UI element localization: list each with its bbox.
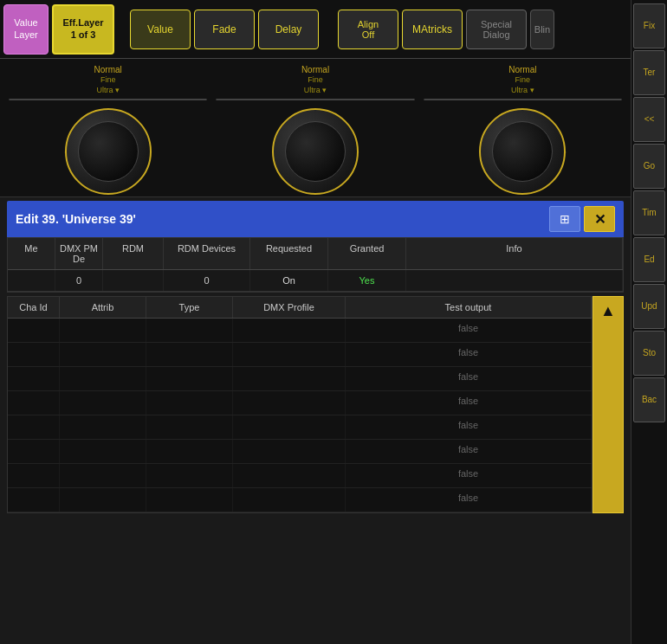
channel-row-1: false xyxy=(8,319,592,343)
knob-label-2: NormalFineUltra ▾ xyxy=(301,64,329,95)
knob-group-2: NormalFineUltra ▾ ▲ ▼ ◄ ► xyxy=(216,64,414,191)
col-rdm: RDM xyxy=(103,238,164,269)
close-button[interactable]: ✕ xyxy=(584,206,615,232)
ch7-attrib xyxy=(60,464,146,487)
sidebar-sto-button[interactable]: Sto xyxy=(633,331,665,376)
knob-input-2 xyxy=(216,99,414,100)
knob-label-3: NormalFineUltra ▾ xyxy=(508,64,536,95)
channel-row-7: false xyxy=(8,464,592,488)
knob-label-1: NormalFineUltra ▾ xyxy=(94,64,122,95)
knob-3[interactable]: ▲ ▼ ◄ ► xyxy=(475,104,570,199)
col-dmx-profile: DMX Profile xyxy=(233,297,346,318)
ch6-test-output: false xyxy=(346,440,592,463)
col-dmx: DMX PM De xyxy=(55,238,103,269)
channel-row-8: false xyxy=(8,488,592,512)
value-button[interactable]: Value xyxy=(130,10,191,49)
delay-button[interactable]: Delay xyxy=(258,10,319,49)
knob-input-1 xyxy=(9,99,207,100)
sidebar-upd-button[interactable]: Upd xyxy=(633,284,665,329)
scroll-up-button[interactable]: ▲ xyxy=(593,296,624,513)
ch7-test-output: false xyxy=(346,464,592,487)
camera-icon: ⊞ xyxy=(560,212,570,226)
ch2-attrib xyxy=(60,343,146,366)
cell-rdm xyxy=(103,270,164,291)
ch6-attrib xyxy=(60,440,146,463)
value-layer-button[interactable]: Value Layer xyxy=(3,4,49,55)
ch1-cha-id xyxy=(8,319,60,342)
channel-row-3: false xyxy=(8,367,592,391)
ch1-type xyxy=(146,319,233,342)
camera-button[interactable]: ⊞ xyxy=(549,206,580,232)
dialog-title-bar: Edit 39. 'Universe 39' ⊞ ✕ xyxy=(7,201,624,237)
ch5-dmx-profile xyxy=(233,415,346,439)
sidebar-tim-button[interactable]: Tim xyxy=(633,190,665,235)
channel-row-4: false xyxy=(8,391,592,415)
ch5-type xyxy=(146,415,233,439)
ch3-dmx-profile xyxy=(233,367,346,390)
eff-layer-button[interactable]: Eff.Layer 1 of 3 xyxy=(52,4,114,55)
sidebar-ter-button[interactable]: Ter xyxy=(633,50,665,95)
universe-table-header: Me DMX PM De RDM RDM Devices Requested G… xyxy=(8,238,623,270)
ch4-attrib xyxy=(60,391,146,415)
channel-row-6: false xyxy=(8,440,592,464)
ch7-cha-id xyxy=(8,464,60,487)
ch8-type xyxy=(146,488,233,512)
ch3-type xyxy=(146,367,233,390)
cell-info xyxy=(406,270,623,291)
universe-table-row: 0 0 On Yes xyxy=(8,270,623,292)
ch5-test-output: false xyxy=(346,415,592,439)
ch7-type xyxy=(146,464,233,487)
knob-2[interactable]: ▲ ▼ ◄ ► xyxy=(268,104,363,199)
col-attrib: Attrib xyxy=(60,297,146,318)
matricks-button[interactable]: MAtricks xyxy=(402,10,463,49)
col-granted: Granted xyxy=(328,238,406,269)
channel-section: Cha Id Attrib Type DMX Profile Test outp… xyxy=(7,296,624,513)
ch6-dmx-profile xyxy=(233,440,346,463)
dialog-title: Edit 39. 'Universe 39' xyxy=(16,212,136,226)
blin-button[interactable]: Blin xyxy=(530,10,554,49)
ch5-attrib xyxy=(60,415,146,439)
ch8-attrib xyxy=(60,488,146,512)
col-me: Me xyxy=(8,238,55,269)
sidebar-go-button[interactable]: Go xyxy=(633,144,665,189)
ch2-cha-id xyxy=(8,343,60,366)
channel-table-header: Cha Id Attrib Type DMX Profile Test outp… xyxy=(8,297,592,319)
channel-row-2: false xyxy=(8,343,592,367)
col-info: Info xyxy=(406,238,623,269)
ch1-test-output: false xyxy=(346,319,592,342)
sidebar-ed-button[interactable]: Ed xyxy=(633,237,665,282)
ch2-type xyxy=(146,343,233,366)
fade-button[interactable]: Fade xyxy=(194,10,255,49)
knob-input-3 xyxy=(424,99,622,100)
channel-table: Cha Id Attrib Type DMX Profile Test outp… xyxy=(7,296,593,513)
ch4-dmx-profile xyxy=(233,391,346,415)
ch3-test-output: false xyxy=(346,367,592,390)
ch8-cha-id xyxy=(8,488,60,512)
cell-rdm-devices: 0 xyxy=(164,270,250,291)
col-type: Type xyxy=(146,297,233,318)
sidebar-back-nav-button[interactable]: << xyxy=(633,97,665,142)
ch7-dmx-profile xyxy=(233,464,346,487)
align-off-button[interactable]: Align Off xyxy=(338,10,398,49)
ch3-attrib xyxy=(60,367,146,390)
ch6-type xyxy=(146,440,233,463)
dialog-icons: ⊞ ✕ xyxy=(549,206,615,232)
ch8-dmx-profile xyxy=(233,488,346,512)
special-dialog-button[interactable]: Special Dialog xyxy=(466,10,527,49)
ch4-test-output: false xyxy=(346,391,592,415)
sidebar-bac-button[interactable]: Bac xyxy=(633,377,665,422)
col-test-output: Test output xyxy=(346,297,592,318)
cell-requested: On xyxy=(250,270,328,291)
sidebar-fix-button[interactable]: Fix xyxy=(633,3,665,48)
ch8-test-output: false xyxy=(346,488,592,512)
col-cha-id: Cha Id xyxy=(8,297,60,318)
col-rdm-devices: RDM Devices xyxy=(164,238,250,269)
cell-me xyxy=(8,270,55,291)
toolbar: Value Layer Eff.Layer 1 of 3 Value Fade … xyxy=(0,0,631,59)
ch3-cha-id xyxy=(8,367,60,390)
ch4-type xyxy=(146,391,233,415)
ch6-cha-id xyxy=(8,440,60,463)
knob-1[interactable]: ▲ ▼ ◄ ► xyxy=(61,104,156,199)
ch2-test-output: false xyxy=(346,343,592,366)
universe-table: Me DMX PM De RDM RDM Devices Requested G… xyxy=(7,237,624,293)
